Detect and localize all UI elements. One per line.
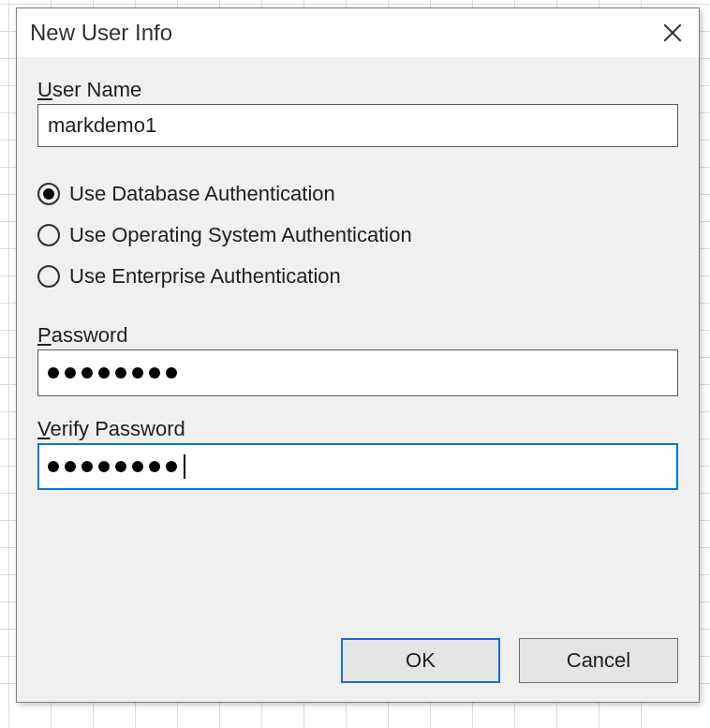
verify-password-block: Verify Password [37,417,678,490]
radio-label: Use Operating System Authentication [69,223,412,247]
radio-icon [37,183,60,205]
radio-label: Use Enterprise Authentication [69,264,341,289]
password-input[interactable] [37,349,678,396]
titlebar: New User Info [17,8,699,57]
cancel-button[interactable]: Cancel [519,638,678,683]
label-accel: U [37,78,52,101]
radio-os-auth[interactable]: Use Operating System Authentication [37,215,678,256]
verify-password-label: Verify Password [37,417,678,441]
label-text: ser Name [52,78,141,101]
radio-label: Use Database Authentication [69,182,335,206]
user-name-label: User Name [37,78,678,102]
dialog-content: User Name Use Database Authentication Us… [17,57,699,702]
close-icon [663,23,682,42]
new-user-info-dialog: New User Info User Name Use Database Aut… [16,7,700,703]
text-caret-icon [184,454,185,479]
password-label: Password [37,323,678,348]
radio-icon [37,265,60,288]
user-name-input[interactable] [37,104,678,147]
verify-password-input[interactable] [37,443,678,490]
label-text: assword [52,323,128,347]
label-accel: P [37,323,52,347]
label-accel: V [37,417,50,440]
radio-dot-icon [43,188,54,200]
ok-button[interactable]: OK [341,638,500,683]
dialog-title: New User Info [30,20,172,46]
password-block: Password [37,323,678,396]
button-row: OK Cancel [37,619,678,683]
radio-enterprise-auth[interactable]: Use Enterprise Authentication [37,256,678,297]
radio-icon [37,224,60,246]
close-button[interactable] [652,12,693,53]
auth-radio-group: Use Database Authentication Use Operatin… [37,173,678,297]
label-text: erify Password [50,417,185,440]
radio-database-auth[interactable]: Use Database Authentication [37,173,678,215]
